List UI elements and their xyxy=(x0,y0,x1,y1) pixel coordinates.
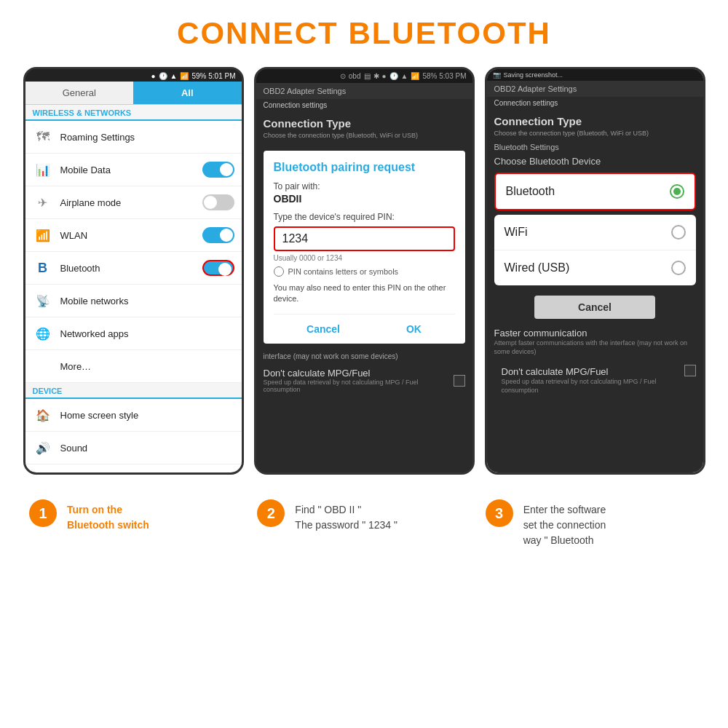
settings-home-screen[interactable]: 🏠 Home screen style xyxy=(25,399,242,432)
settings-display[interactable]: 🖥 Display xyxy=(25,464,242,475)
settings-mobile-networks[interactable]: 📡 Mobile networks xyxy=(25,285,242,317)
settings-wlan[interactable]: 📶 WLAN xyxy=(25,219,242,252)
dialog-cancel-btn[interactable]: Cancel xyxy=(292,322,355,336)
mobile-networks-icon: 📡 xyxy=(33,290,53,311)
dialog-pin-hint: Usually 0000 or 1234 xyxy=(274,254,455,262)
phone2-conn-sub: Choose the connection type (Bluetooth, W… xyxy=(256,131,472,145)
settings-more[interactable]: More… xyxy=(25,350,242,383)
dialog-ok-btn[interactable]: OK xyxy=(392,322,436,336)
phone3-subbar: Connection settings xyxy=(487,97,703,109)
phone2-subbar: Connection settings xyxy=(256,99,472,111)
phone2-appbar: OBD2 Adapter Settings xyxy=(256,83,472,99)
settings-roaming[interactable]: 🗺 Roaming Settings xyxy=(25,121,242,154)
cancel-btn-row: Cancel xyxy=(487,290,703,325)
step3-text: Enter the softwareset the connectionway … xyxy=(523,499,606,548)
bluetooth-choice-highlight: Bluetooth xyxy=(494,173,696,210)
choice-bluetooth[interactable]: Bluetooth xyxy=(496,174,695,209)
radio-wifi[interactable] xyxy=(671,225,686,240)
section-wireless: WIRELESS & NETWORKS xyxy=(25,105,242,121)
dialog-pin-label: Type the device's required PIN: xyxy=(274,212,455,222)
dialog-checkbox-label: PIN contains letters or symbols xyxy=(288,267,399,276)
phone2-frame: ⊙obd▤✱ ●🕐▲📶 58% 5:03 PM OBD2 Adapter Set… xyxy=(254,67,475,475)
step3: 3 Enter the softwareset the connectionwa… xyxy=(478,499,706,548)
step2: 2 Find " OBD II "The password " 1234 " xyxy=(250,499,478,548)
phone3-faster-sub: Attempt faster communications with the i… xyxy=(487,339,703,360)
phone2-calc-row: Don't calculate MPG/Fuel Speed up data r… xyxy=(256,363,472,397)
settings-sound[interactable]: 🔊 Sound xyxy=(25,432,242,464)
networked-apps-icon: 🌐 xyxy=(33,323,53,344)
phones-row: ● 🕐 ▲ 📶 59% 5:01 PM General All WIRELESS… xyxy=(0,67,728,475)
phone3-appbar: OBD2 Adapter Settings xyxy=(487,81,703,97)
pairing-dialog: Bluetooth pairing request To pair with: … xyxy=(264,151,465,344)
sound-icon: 🔊 xyxy=(33,438,53,458)
dialog-note: You may also need to enter this PIN on t… xyxy=(274,282,455,305)
phone2-bottom-label: interface (may not work on some devices) xyxy=(256,349,472,363)
bluetooth-toggle[interactable] xyxy=(202,260,234,276)
airplane-toggle[interactable] xyxy=(202,194,234,210)
bluetooth-icon: B xyxy=(33,258,53,278)
choice-wifi[interactable]: WiFi xyxy=(494,215,696,250)
phone3-other-choices: WiFi Wired (USB) xyxy=(494,215,696,285)
dialog-pair-label: To pair with: xyxy=(274,181,455,191)
section-device: DEVICE xyxy=(25,383,242,399)
phone3-faster: Faster communication xyxy=(487,325,703,339)
phone1-frame: ● 🕐 ▲ 📶 59% 5:01 PM General All WIRELESS… xyxy=(23,67,244,475)
choice-wired-usb[interactable]: Wired (USB) xyxy=(494,250,696,285)
dialog-pair-device: OBDII xyxy=(274,193,455,205)
tab-row: General All xyxy=(25,82,242,105)
settings-mobile-data[interactable]: 📊 Mobile Data xyxy=(25,154,242,186)
dialog-pin-input[interactable]: 1234 xyxy=(274,226,455,251)
phone2-status: ⊙obd▤✱ ●🕐▲📶 58% 5:03 PM xyxy=(256,69,472,83)
phone3-savebar: 📷 Saving screenshot... xyxy=(487,69,703,81)
phone3-bt-header: Bluetooth Settings xyxy=(487,141,703,154)
airplane-icon: ✈ xyxy=(33,192,53,213)
page-title: CONNECT BLUETOOTH xyxy=(0,0,728,64)
phone3-calc-checkbox[interactable] xyxy=(684,365,696,376)
dialog-title: Bluetooth pairing request xyxy=(274,161,455,174)
tab-all[interactable]: All xyxy=(133,82,242,104)
phone2-conn-type: Connection Type xyxy=(256,111,472,131)
mobile-data-toggle[interactable] xyxy=(202,162,234,178)
step1: 1 Turn on theBluetooth switch xyxy=(22,499,250,548)
dialog-buttons: Cancel OK xyxy=(274,314,455,336)
roaming-icon: 🗺 xyxy=(33,127,53,147)
settings-airplane[interactable]: ✈ Airplane mode xyxy=(25,186,242,219)
phone3-calc-row: Don't calculate MPG/Fuel Speed up data r… xyxy=(487,360,703,402)
wlan-toggle[interactable] xyxy=(202,227,234,243)
phone1-status: ● 🕐 ▲ 📶 59% 5:01 PM xyxy=(25,69,242,82)
phone3-conn-type: Connection Type xyxy=(487,109,703,129)
settings-networked-apps[interactable]: 🌐 Networked apps xyxy=(25,317,242,350)
steps-row: 1 Turn on theBluetooth switch 2 Find " O… xyxy=(0,479,728,548)
step2-text: Find " OBD II "The password " 1234 " xyxy=(295,499,397,533)
radio-wired-usb[interactable] xyxy=(671,261,686,275)
dialog-checkbox-row: PIN contains letters or symbols xyxy=(274,266,455,277)
phone3-cancel-btn[interactable]: Cancel xyxy=(534,296,655,319)
dialog-checkbox[interactable] xyxy=(274,266,284,277)
step1-circle: 1 xyxy=(29,499,57,527)
settings-bluetooth[interactable]: B Bluetooth xyxy=(25,252,242,285)
data-icon: 📊 xyxy=(33,159,53,180)
wifi-icon: 📶 xyxy=(33,225,53,245)
step2-circle: 2 xyxy=(257,499,285,527)
radio-bluetooth[interactable] xyxy=(670,184,684,199)
tab-general[interactable]: General xyxy=(25,82,134,104)
phone3-conn-sub: Choose the connection type (Bluetooth, W… xyxy=(487,129,703,141)
phone3-frame: 📷 Saving screenshot... OBD2 Adapter Sett… xyxy=(485,67,705,475)
phone2-calc-checkbox[interactable] xyxy=(454,375,465,387)
step1-text: Turn on theBluetooth switch xyxy=(67,499,149,533)
display-icon: 🖥 xyxy=(33,470,53,475)
step3-circle: 3 xyxy=(486,499,513,527)
phone3-choose-label: Choose Bluetooth Device xyxy=(487,154,703,168)
more-icon xyxy=(33,356,53,376)
home-icon: 🏠 xyxy=(33,405,53,425)
